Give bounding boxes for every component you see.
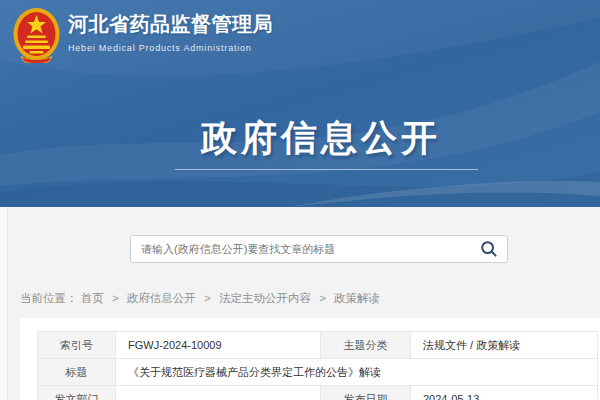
- search-icon: [480, 246, 498, 261]
- field-label-issuing-dept: 发文部门: [38, 386, 116, 400]
- search-box: [130, 235, 508, 263]
- table-row: 标题 《关于规范医疗器械产品分类界定工作的公告》解读: [38, 359, 598, 386]
- field-label-index-no: 索引号: [38, 332, 116, 359]
- field-value-title: 《关于规范医疗器械产品分类界定工作的公告》解读: [116, 359, 598, 386]
- org-name-en: Hebei Medical Products Administration: [68, 43, 273, 53]
- field-value-index-no: FGWJ-2024-10009: [116, 332, 321, 359]
- breadcrumb: 当前位置： 首页 > 政府信息公开 > 法定主动公开内容 > 政策解读: [20, 291, 380, 306]
- breadcrumb-item-current: 政策解读: [334, 292, 380, 304]
- field-value-topic-category: 法规文件 / 政策解读: [411, 332, 598, 359]
- org-names: 河北省药品监督管理局 Hebei Medical Products Admini…: [68, 7, 273, 53]
- national-emblem-icon: [13, 7, 60, 67]
- site-logo: 河北省药品监督管理局 Hebei Medical Products Admini…: [13, 7, 273, 67]
- banner-title: 政府信息公开: [21, 114, 600, 163]
- content-panel: 索引号 FGWJ-2024-10009 主题分类 法规文件 / 政策解读 标题 …: [20, 318, 600, 400]
- banner-underline: [175, 169, 478, 170]
- breadcrumb-separator: >: [112, 292, 119, 304]
- field-label-publish-date: 发布日期: [321, 386, 411, 400]
- table-row: 发文部门 发布日期 2024-05-13: [38, 386, 598, 400]
- breadcrumb-item-home[interactable]: 首页: [81, 292, 104, 304]
- breadcrumb-prefix: 当前位置：: [20, 292, 78, 304]
- page-edge-strip: [0, 207, 8, 400]
- search-button[interactable]: [479, 240, 499, 260]
- breadcrumb-item-gov-info[interactable]: 政府信息公开: [127, 292, 196, 304]
- site-header: 河北省药品监督管理局 Hebei Medical Products Admini…: [0, 0, 600, 207]
- breadcrumb-item-legal-disclosure[interactable]: 法定主动公开内容: [219, 292, 311, 304]
- content-area: 当前位置： 首页 > 政府信息公开 > 法定主动公开内容 > 政策解读 索引号 …: [0, 207, 600, 400]
- table-row: 索引号 FGWJ-2024-10009 主题分类 法规文件 / 政策解读: [38, 332, 598, 359]
- field-label-topic-category: 主题分类: [321, 332, 411, 359]
- breadcrumb-separator: >: [204, 292, 211, 304]
- document-info-table: 索引号 FGWJ-2024-10009 主题分类 法规文件 / 政策解读 标题 …: [37, 331, 598, 400]
- search-input[interactable]: [131, 237, 471, 261]
- breadcrumb-separator: >: [319, 292, 326, 304]
- org-name-cn: 河北省药品监督管理局: [68, 11, 273, 38]
- field-value-publish-date: 2024-05-13: [411, 386, 598, 400]
- field-label-title: 标题: [38, 359, 116, 386]
- field-value-issuing-dept: [116, 386, 321, 400]
- page: 河北省药品监督管理局 Hebei Medical Products Admini…: [0, 0, 600, 400]
